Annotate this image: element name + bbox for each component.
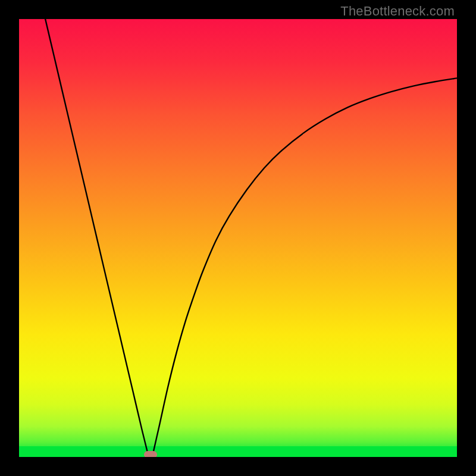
plot-area (19, 19, 457, 457)
bottleneck-curve (19, 19, 457, 457)
chart-frame: TheBottleneck.com (0, 0, 476, 476)
watermark-text: TheBottleneck.com (340, 4, 455, 19)
minimum-marker (144, 451, 157, 457)
